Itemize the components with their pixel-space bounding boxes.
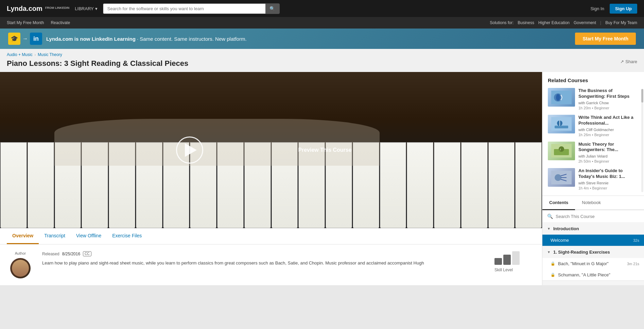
breadcrumb-music-theory[interactable]: Music Theory	[38, 52, 62, 57]
related-course-item-4[interactable]: An Insider's Guide to Today's Music Biz:…	[548, 168, 639, 190]
secondary-navigation: Start My Free Month Reactivate Solutions…	[0, 17, 644, 29]
share-icon: ↗	[620, 59, 624, 64]
banner-icons: 🎓 → in	[8, 33, 42, 45]
related-course-title-1: The Business of Songwriting: First Steps	[578, 88, 639, 99]
start-free-month-link[interactable]: Start My Free Month	[7, 20, 44, 25]
toc-chevron-icon: ▼	[547, 227, 551, 231]
video-container: Preview This Course	[0, 72, 542, 228]
course-tabs-area: Overview Transcript View Offline Exercis…	[0, 228, 542, 244]
author-section: Author	[7, 251, 34, 278]
business-link[interactable]: Business	[518, 20, 534, 25]
course-description: Learn how to play piano and sight-read s…	[42, 260, 486, 267]
piano-background	[0, 72, 542, 228]
sign-in-button[interactable]: Sign In	[590, 6, 604, 11]
video-section: Preview This Course Overview Transcript …	[0, 72, 542, 285]
course-search-input[interactable]	[556, 214, 639, 219]
panel-tab-notebook[interactable]: Notebook	[575, 196, 608, 210]
higher-education-link[interactable]: Higher Education	[538, 20, 570, 25]
svg-point-2	[556, 94, 560, 101]
released-label: Released	[42, 252, 59, 256]
tab-overview[interactable]: Overview	[7, 228, 39, 244]
library-dropdown[interactable]: LIBRARY ▾	[75, 6, 97, 11]
logo-sub: FROM LINKEDIN	[45, 6, 70, 10]
related-course-item-2[interactable]: Write Think and Act Like a Professional.…	[548, 115, 639, 137]
related-info-1: The Business of Songwriting: First Steps…	[578, 88, 639, 110]
library-label: LIBRARY	[75, 6, 93, 11]
skill-bar-2	[503, 255, 511, 265]
breadcrumb-audio-music[interactable]: Audio + Music	[7, 52, 33, 57]
related-course-item-3[interactable]: ♪ Music Theory for Songwriters: The... w…	[548, 142, 639, 164]
toc-duration-welcome: 32s	[633, 238, 639, 242]
toc-item-welcome[interactable]: Welcome 32s	[542, 235, 644, 246]
piano-white-key	[28, 142, 54, 228]
share-label: Share	[625, 59, 637, 64]
related-info-4: An Insider's Guide to Today's Music Biz:…	[578, 168, 639, 190]
toc-item-label-bach: Bach, "Minuet in G Major"	[558, 261, 609, 266]
piano-white-key	[515, 142, 542, 228]
related-info-3: Music Theory for Songwriters: The... wit…	[578, 142, 639, 164]
scrollbar-thumb[interactable]	[641, 89, 643, 103]
tab-transcript[interactable]: Transcript	[39, 228, 71, 244]
related-course-title-3: Music Theory for Songwriters: The...	[578, 142, 639, 153]
search-input[interactable]	[103, 4, 265, 14]
play-circle[interactable]	[176, 136, 203, 164]
piano-white-key	[488, 142, 515, 228]
share-button[interactable]: ↗ Share	[620, 59, 637, 64]
banner-text: Lynda.com is now LinkedIn Learning · Sam…	[46, 36, 247, 42]
piano-white-key	[407, 142, 433, 228]
top-navigation: Lynda.com FROM LINKEDIN LIBRARY ▾ 🔍 Sign…	[0, 0, 644, 17]
course-tabs: Overview Transcript View Offline Exercis…	[7, 228, 535, 244]
related-courses-title: Related Courses	[548, 77, 639, 83]
buy-for-team-link[interactable]: Buy For My Team	[605, 20, 637, 25]
preview-text: Preview This Course	[298, 147, 351, 153]
toc-item-bach[interactable]: 🔒 Bach, "Minuet in G Major" 3m 21s	[542, 258, 644, 269]
page-title-area: Piano Lessons: 3 Sight Reading & Classic…	[0, 57, 644, 72]
table-of-contents: ▼ Introduction Welcome 32s ▼ 1. Sight-Re…	[542, 223, 644, 285]
play-button-overlay[interactable]	[176, 136, 203, 164]
related-info-2: Write Think and Act Like a Professional.…	[578, 115, 639, 137]
svg-text:♪: ♪	[559, 147, 561, 151]
government-link[interactable]: Government	[574, 20, 596, 25]
hands-silhouette	[54, 119, 380, 166]
lock-icon-1: 🔒	[551, 261, 555, 266]
library-chevron-icon: ▾	[95, 6, 98, 11]
related-course-item-1[interactable]: The Business of Songwriting: First Steps…	[548, 88, 639, 110]
related-thumb-3: ♪	[548, 142, 575, 160]
skill-bar-1	[494, 258, 502, 265]
related-courses-list: The Business of Songwriting: First Steps…	[548, 88, 639, 190]
sign-up-button[interactable]: Sign Up	[610, 4, 637, 14]
video-placeholder: Preview This Course	[0, 72, 542, 228]
linkedin-banner: 🎓 → in Lynda.com is now LinkedIn Learnin…	[0, 29, 644, 49]
toc-section-title-1: 1. Sight-Reading Exercises	[553, 250, 610, 255]
toc-section-title-introduction: Introduction	[553, 226, 579, 231]
related-instructor-1: with Garrick Chow	[578, 101, 639, 105]
avatar-face	[12, 260, 29, 277]
logo[interactable]: Lynda.com FROM LINKEDIN	[7, 5, 69, 13]
banner-sub-text: · Same content. Same instructors. New pl…	[137, 36, 247, 42]
scrollbar-track	[641, 89, 643, 192]
toc-section-header-introduction[interactable]: ▼ Introduction	[542, 223, 644, 235]
toc-section-header-1[interactable]: ▼ 1. Sight-Reading Exercises	[542, 246, 644, 258]
secondary-nav-right: Solutions for: Business Higher Education…	[490, 20, 637, 25]
related-instructor-2: with Cliff Goldmacher	[578, 128, 639, 132]
search-bar-container: 🔍	[103, 3, 280, 14]
panel-tab-contents[interactable]: Contents	[542, 196, 575, 210]
search-icon: 🔍	[269, 6, 275, 11]
banner-cta-button[interactable]: Start My Free Month	[575, 33, 636, 45]
tab-view-offline[interactable]: View Offline	[71, 228, 107, 244]
banner-main-text: Lynda.com is now LinkedIn Learning	[46, 36, 136, 42]
release-section: Released 8/25/2016 CC Learn how to play …	[42, 251, 486, 278]
solutions-label: Solutions for:	[490, 20, 514, 25]
tab-exercise-files[interactable]: Exercise Files	[107, 228, 147, 244]
toc-item-schumann[interactable]: 🔒 Schumann, "A Little Piece"	[542, 269, 644, 280]
toc-item-label-welcome: Welcome	[551, 238, 569, 243]
related-meta-2: 1h 26m • Beginner	[578, 133, 639, 137]
related-instructor-4: with Steve Rennie	[578, 181, 639, 185]
course-search-icon: 🔍	[547, 214, 553, 219]
toc-chevron-icon-1: ▼	[547, 250, 551, 254]
arrow-icon: →	[22, 36, 28, 42]
reactivate-link[interactable]: Reactivate	[51, 20, 70, 25]
toc-item-label-schumann: Schumann, "A Little Piece"	[558, 272, 610, 277]
piano-white-key	[461, 142, 488, 228]
search-button[interactable]: 🔍	[265, 4, 279, 14]
